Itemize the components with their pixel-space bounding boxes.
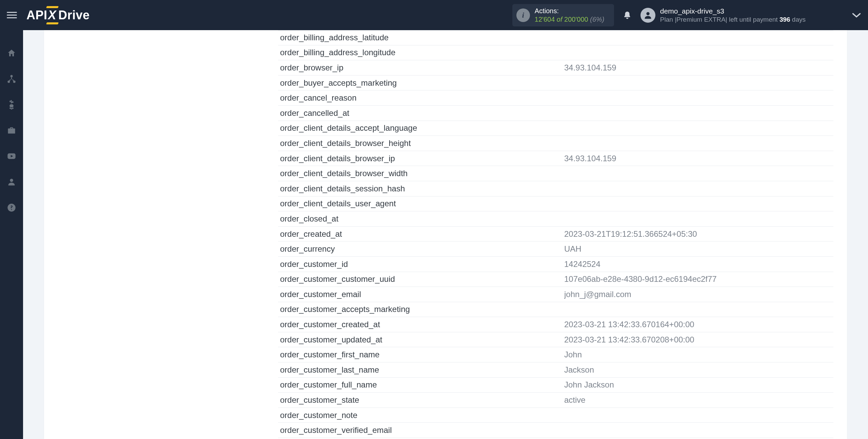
field-key: order_customer_first_name [280,350,564,359]
menu-toggle[interactable] [7,10,17,20]
data-row: order_client_details_user_agent [278,196,833,212]
field-key: order_customer_last_name [280,365,564,375]
field-key: order_customer_updated_at [280,335,564,344]
field-key: order_client_details_browser_width [280,169,564,178]
field-key: order_customer_created_at [280,320,564,329]
data-row: order_customer_id14242524 [278,257,833,272]
field-value: 34.93.104.159 [564,63,831,72]
data-row: order_buyer_accepts_marketing [278,76,833,91]
sidebar-item-briefcase[interactable] [0,122,23,139]
actions-usage[interactable]: i Actions: 12'604 of 200'000 (6%) [512,4,614,26]
notifications-icon[interactable] [623,10,632,20]
data-row: order_customer_accepts_marketing [278,302,833,317]
data-row: order_customer_note [278,408,833,423]
field-value: 14242524 [564,259,831,269]
field-key: order_customer_full_name [280,380,564,390]
field-key: order_customer_accepts_marketing [280,305,564,314]
logo-text-api: API [26,8,47,22]
field-value: 2023-03-21 13:42:33.670208+00:00 [564,335,831,344]
chevron-down-icon[interactable] [852,12,861,18]
field-value: 34.93.104.159 [564,154,831,163]
data-row: order_customer_first_nameJohn [278,347,833,362]
data-row: order_client_details_session_hash [278,181,833,196]
data-row: order_browser_ip34.93.104.159 [278,60,833,76]
svg-point-0 [646,12,649,15]
data-row: order_client_details_browser_ip34.93.104… [278,151,833,166]
data-row: order_created_at2023-03-21T19:12:51.3665… [278,227,833,242]
data-row: order_client_details_browser_width [278,166,833,181]
field-value: 107e06ab-e28e-4380-9d12-ec6194ec2f77 [564,274,831,284]
sidebar-item-help[interactable] [0,200,23,216]
data-row: order_billing_address_latitude [278,30,833,45]
main-content: order_billing_address_latitudeorder_bill… [23,30,868,439]
field-key: order_client_details_session_hash [280,184,564,193]
header: API X Drive i Actions: 12'604 of 200'000… [0,0,868,30]
field-key: order_customer_email [280,290,564,299]
field-key: order_client_details_user_agent [280,199,564,208]
field-value: UAH [564,244,831,254]
field-key: order_client_details_browser_height [280,139,564,148]
field-key: order_closed_at [280,214,564,224]
user-menu[interactable]: demo_apix-drive_s3 Plan |Premium EXTRA| … [640,7,806,24]
svg-point-5 [10,179,13,182]
field-key: order_customer_note [280,411,564,420]
data-row: order_customer_verified_email [278,423,833,438]
svg-point-1 [11,75,13,77]
field-key: order_created_at [280,229,564,239]
avatar-icon [640,8,655,23]
logo-text-x: X [48,8,57,22]
data-row: order_customer_created_at2023-03-21 13:4… [278,317,833,332]
sidebar-item-connections[interactable] [0,71,23,87]
field-value: John Jackson [564,380,831,390]
sidebar-item-account[interactable] [0,174,23,190]
field-key: order_client_details_browser_ip [280,154,564,163]
logo-text-drive: Drive [58,8,90,22]
actions-label: Actions: [535,7,605,15]
field-key: order_buyer_accepts_marketing [280,78,564,88]
content-panel: order_billing_address_latitudeorder_bill… [44,30,847,439]
data-row: order_billing_address_longitude [278,45,833,61]
info-icon: i [516,8,530,22]
field-key: order_billing_address_longitude [280,48,564,57]
field-value: Jackson [564,365,831,375]
field-value: active [564,395,831,405]
user-plan: Plan |Premium EXTRA| left until payment … [660,16,806,24]
data-row: order_customer_full_nameJohn Jackson [278,378,833,393]
logo[interactable]: API X Drive [26,8,90,22]
data-row: order_customer_customer_uuid107e06ab-e28… [278,272,833,287]
sidebar-item-youtube[interactable] [0,148,23,164]
field-key: order_currency [280,244,564,254]
data-row: order_currencyUAH [278,242,833,257]
data-row: order_client_details_browser_height [278,136,833,151]
field-key: order_cancelled_at [280,108,564,118]
user-name: demo_apix-drive_s3 [660,7,806,16]
field-key: order_billing_address_latitude [280,33,564,42]
field-value: 2023-03-21T19:12:51.366524+05:30 [564,229,831,239]
field-value: john_j@gmail.com [564,290,831,299]
data-row: order_customer_stateactive [278,393,833,408]
field-key: order_customer_customer_uuid [280,274,564,284]
field-key: order_customer_id [280,259,564,269]
field-key: order_client_details_accept_language [280,123,564,133]
data-row: order_closed_at [278,211,833,227]
sidebar [0,30,23,439]
field-key: order_customer_verified_email [280,425,564,435]
data-row: order_customer_updated_at2023-03-21 13:4… [278,332,833,348]
data-row: order_customer_emailjohn_j@gmail.com [278,287,833,302]
data-table: order_billing_address_latitudeorder_bill… [278,30,833,439]
data-row: order_cancel_reason [278,90,833,106]
data-row: order_cancelled_at [278,106,833,121]
field-key: order_cancel_reason [280,93,564,103]
sidebar-item-home[interactable] [0,45,23,61]
actions-numbers: 12'604 of 200'000 (6%) [535,15,605,24]
field-value: John [564,350,831,359]
data-row: order_client_details_accept_language [278,121,833,136]
field-key: order_browser_ip [280,63,564,72]
sidebar-item-billing[interactable] [0,97,23,113]
field-key: order_customer_state [280,395,564,405]
data-row: order_customer_last_nameJackson [278,362,833,378]
field-value: 2023-03-21 13:42:33.670164+00:00 [564,320,831,329]
